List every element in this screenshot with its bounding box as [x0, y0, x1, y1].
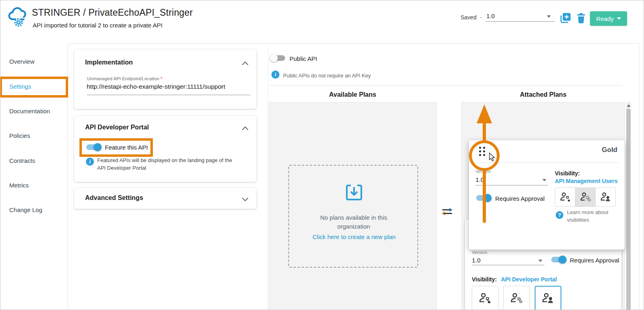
info-icon: i	[271, 71, 279, 79]
attached-plans-heading: Attached Plans	[461, 91, 625, 98]
developer-portal-card: API Developer Portal Feature this API i …	[74, 116, 256, 182]
swap-plans-icon	[441, 207, 453, 218]
scroll-up-arrow-icon[interactable]	[627, 104, 630, 107]
plan-card-divider	[475, 162, 620, 163]
advanced-settings-card: Advanced Settings	[74, 188, 256, 209]
toggle-knob	[94, 143, 102, 151]
implementation-title: Implementation	[85, 59, 133, 66]
version-label: Version	[475, 169, 491, 174]
version-label: Version	[472, 250, 487, 255]
visibility-option-all-users[interactable]	[535, 286, 561, 310]
status-separator: -	[480, 14, 482, 21]
sidebar-item-settings[interactable]: Settings	[9, 83, 31, 90]
page-title: STRINGER / PrivateEchoAPI_Stringer	[32, 7, 193, 18]
sidebar-item-overview[interactable]: Overview	[9, 58, 35, 65]
requires-approval-toggle[interactable]	[550, 256, 567, 264]
version-underline	[472, 265, 544, 265]
visibility-help-text: Learn more about visibilities	[567, 208, 615, 224]
page-subtitle: API imported for tutorial 2 to create a …	[33, 22, 163, 29]
endpoint-underline	[87, 95, 250, 95]
sidebar-item-contracts[interactable]: Contracts	[9, 157, 35, 164]
endpoint-input[interactable]: http://restapi-echo-example-stringer:111…	[87, 83, 225, 90]
visibility-link[interactable]: API Developer Portal	[501, 276, 557, 283]
create-plan-link[interactable]: Click here to create a new plan	[289, 233, 419, 241]
plan-version-select[interactable]: 1.0	[472, 257, 481, 264]
import-plan-icon	[345, 184, 363, 204]
advanced-settings-title: Advanced Settings	[85, 194, 143, 202]
requires-approval-toggle[interactable]	[475, 194, 492, 202]
help-icon[interactable]: ?	[556, 211, 563, 219]
api-version-value: 1.0	[486, 12, 495, 19]
delete-api-icon[interactable]	[576, 12, 586, 25]
chevron-down-icon	[617, 17, 621, 20]
no-plans-message: No plans available in this organization	[305, 213, 402, 231]
ready-label: Ready	[596, 15, 613, 22]
visibility-link[interactable]: API Management Users	[555, 178, 618, 184]
public-api-label: Public API	[290, 55, 317, 62]
visibility-option-all-users[interactable]	[596, 188, 615, 206]
endpoint-label: Unmanaged API Endpoint/Location *	[87, 76, 163, 81]
chevron-down-icon[interactable]	[242, 196, 249, 203]
developer-portal-title: API Developer Portal	[85, 124, 149, 131]
ready-status-button[interactable]: Ready	[590, 11, 627, 26]
scrollbar-thumb[interactable]	[626, 109, 631, 310]
plan-name: Gold	[602, 146, 617, 154]
sidebar-item-metrics[interactable]: Metrics	[9, 182, 29, 189]
available-plans-heading: Available Plans	[269, 91, 437, 98]
visibility-option-restricted-users[interactable]	[575, 188, 596, 206]
chevron-down-icon	[538, 260, 542, 262]
info-icon: i	[86, 158, 94, 166]
feature-api-toggle[interactable]	[85, 143, 102, 151]
version-underline	[475, 185, 548, 185]
visibility-option-organization-users[interactable]	[555, 188, 575, 206]
save-status: Saved	[461, 14, 477, 21]
visibility-segmented-control	[555, 187, 616, 207]
public-api-info-text: Public APIs do not require an API Key	[283, 72, 371, 79]
toggle-knob	[270, 54, 278, 62]
toggle-knob	[559, 256, 567, 264]
requires-approval-label: Requires Approval	[495, 195, 545, 202]
feature-info-text: Featured APIs will be displayed on the l…	[97, 156, 236, 172]
visibility-label: Visibility:	[555, 170, 580, 177]
chevron-down-icon	[547, 15, 551, 18]
sidebar-item-documentation[interactable]: Documentation	[9, 108, 50, 114]
api-version-select[interactable]: 1.0	[486, 11, 555, 22]
requires-approval-label: Requires Approval	[570, 257, 619, 264]
public-api-toggle[interactable]	[270, 54, 286, 62]
available-plans-dropzone: No plans available in this organization …	[288, 165, 418, 268]
visibility-option-organization-users[interactable]	[472, 286, 498, 310]
visibility-option-restricted-users[interactable]	[503, 286, 530, 310]
sidebar-item-changelog[interactable]: Change Log	[9, 206, 42, 213]
sidebar-item-policies[interactable]: Policies	[9, 132, 30, 139]
cloud-gear-logo	[7, 6, 30, 29]
toggle-knob	[484, 194, 492, 202]
section-divider	[268, 46, 268, 310]
attached-plans-scrollbar[interactable]	[626, 102, 631, 310]
feature-api-label: Feature this API	[105, 144, 148, 151]
chevron-down-icon	[542, 179, 546, 181]
duplicate-api-icon[interactable]	[559, 12, 571, 26]
plans-divider	[269, 85, 622, 85]
drag-handle[interactable]	[479, 147, 485, 156]
required-marker: *	[160, 76, 162, 81]
implementation-card: Implementation Unmanaged API Endpoint/Lo…	[74, 50, 256, 109]
mouse-cursor-icon	[489, 152, 496, 163]
available-plans-panel: No plans available in this organization …	[269, 102, 437, 310]
plan-version-select[interactable]: 1.0	[475, 176, 484, 183]
chevron-up-icon[interactable]	[242, 125, 249, 132]
chevron-up-icon[interactable]	[242, 60, 249, 67]
visibility-row: Visibility: API Developer Portal	[472, 276, 557, 283]
api-manager-window: STRINGER / PrivateEchoAPI_Stringer API i…	[0, 0, 644, 310]
